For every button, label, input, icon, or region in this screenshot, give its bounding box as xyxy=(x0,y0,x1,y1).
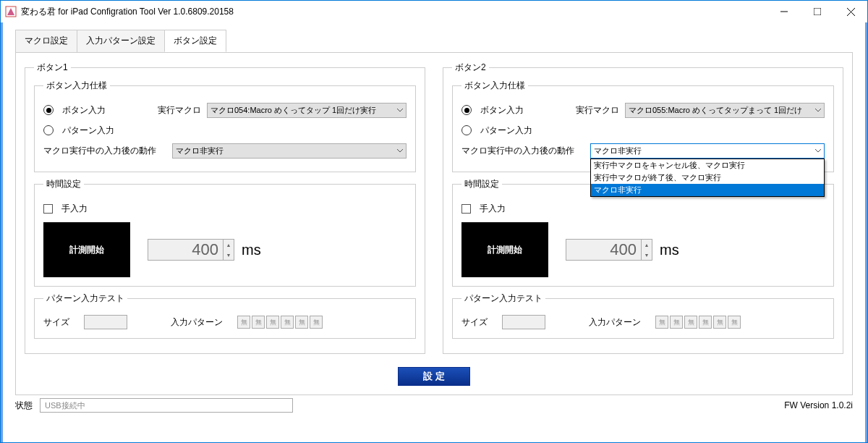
button2-size-input[interactable] xyxy=(502,315,545,329)
dropdown-option[interactable]: 実行中マクロをキャンセル後、マクロ実行 xyxy=(591,159,824,172)
dropdown-option[interactable]: 実行中マクロが終了後、マクロ実行 xyxy=(591,172,824,184)
pattern-box: 無 xyxy=(310,316,323,329)
button2-pattern-legend: パターン入力テスト xyxy=(461,292,545,305)
window-title: 変わる君 for iPad Configration Tool Ver 1.0.… xyxy=(21,6,767,18)
button2-after-dropdown: 実行中マクロをキャンセル後、マクロ実行 実行中マクロが終了後、マクロ実行 マクロ… xyxy=(590,159,825,197)
button1-manual-label: 手入力 xyxy=(61,203,88,215)
pattern-box: 無 xyxy=(728,316,741,329)
button1-pattern-group: パターン入力テスト サイズ 入力パターン 無 無 無 無 無 xyxy=(34,292,416,339)
button2-radio-pattern-label: パターン入力 xyxy=(480,125,532,137)
button1-size-label: サイズ xyxy=(43,316,69,329)
app-icon xyxy=(5,6,17,17)
button1-group: ボタン1 ボタン入力仕様 ボタン入力 実行マクロ マクロ054:Macro めく… xyxy=(25,62,425,354)
button1-radio-button-label: ボタン入力 xyxy=(62,104,106,117)
button2-macro-combo[interactable]: マクロ055:Macro めくってタップまって 1回だけ xyxy=(625,103,825,118)
maximize-button[interactable] xyxy=(801,1,834,22)
button1-spec-group: ボタン入力仕様 ボタン入力 実行マクロ マクロ054:Macro めくってタップ… xyxy=(34,80,416,172)
pattern-box: 無 xyxy=(713,316,726,329)
pattern-box: 無 xyxy=(670,316,683,329)
button1-macro-combo[interactable]: マクロ054:Macro めくってタップ 1回だけ実行 xyxy=(207,103,407,118)
button2-radio-pattern[interactable] xyxy=(461,125,472,135)
close-button[interactable] xyxy=(834,1,867,22)
button1-radio-button[interactable] xyxy=(43,105,54,115)
pattern-box: 無 xyxy=(237,316,250,329)
button2-start-button[interactable]: 計測開始 xyxy=(461,222,548,277)
pattern-box: 無 xyxy=(295,316,308,329)
button1-size-input[interactable] xyxy=(84,315,127,329)
chevron-down-icon xyxy=(397,146,403,155)
pattern-box: 無 xyxy=(281,316,294,329)
pattern-box: 無 xyxy=(684,316,697,329)
status-label: 状態 xyxy=(15,400,33,412)
svg-rect-2 xyxy=(814,8,821,15)
tab-button[interactable]: ボタン設定 xyxy=(164,30,226,52)
minimize-button[interactable] xyxy=(767,1,801,22)
button2-after-combo[interactable]: マクロ非実行 実行中マクロをキャンセル後、マクロ実行 実行中マクロが終了後、マク… xyxy=(590,143,825,159)
status-bar: 状態 USB接続中 FW Version 1.0.2i xyxy=(1,395,867,415)
button1-after-value: マクロ非実行 xyxy=(176,145,224,156)
spinner-down-icon[interactable]: ▼ xyxy=(223,250,234,260)
pattern-box: 無 xyxy=(252,316,265,329)
button2-group: ボタン2 ボタン入力仕様 ボタン入力 実行マクロ マクロ055:Macro めく… xyxy=(443,62,843,354)
button1-after-label: マクロ実行中の入力後の動作 xyxy=(43,145,166,157)
button1-input-label: 入力パターン xyxy=(171,316,223,329)
button1-pattern-legend: パターン入力テスト xyxy=(43,292,127,305)
button2-macro-label: 実行マクロ xyxy=(576,104,619,117)
button1-start-button[interactable]: 計測開始 xyxy=(43,222,130,277)
button1-macro-value: マクロ054:Macro めくってタップ 1回だけ実行 xyxy=(210,105,376,116)
button2-time-value: 400 xyxy=(566,240,641,259)
right-stripe xyxy=(865,22,867,442)
button2-radio-button-label: ボタン入力 xyxy=(480,104,524,117)
chevron-down-icon xyxy=(815,146,821,155)
button2-time-spinner[interactable]: 400 ▲ ▼ xyxy=(566,239,652,261)
button2-pattern-boxes: 無 無 無 無 無 無 xyxy=(655,316,741,329)
window-controls xyxy=(767,1,867,22)
status-field: USB接続中 xyxy=(40,398,293,413)
button1-pattern-boxes: 無 無 無 無 無 無 xyxy=(237,316,323,329)
button1-macro-label: 実行マクロ xyxy=(158,104,201,117)
pattern-box: 無 xyxy=(266,316,279,329)
tab-panel: ボタン1 ボタン入力仕様 ボタン入力 実行マクロ マクロ054:Macro めく… xyxy=(15,52,853,395)
pattern-box: 無 xyxy=(655,316,668,329)
button2-input-label: 入力パターン xyxy=(589,316,641,329)
spinner-up-icon[interactable]: ▲ xyxy=(641,240,652,250)
button1-spec-legend: ボタン入力仕様 xyxy=(43,80,110,92)
button1-manual-checkbox[interactable] xyxy=(43,204,53,214)
button2-after-label: マクロ実行中の入力後の動作 xyxy=(461,145,584,157)
button1-time-group: 時間設定 手入力 計測開始 400 ▲ xyxy=(34,178,416,287)
button1-time-value: 400 xyxy=(148,240,223,259)
button2-time-legend: 時間設定 xyxy=(461,178,502,190)
button2-ms-label: ms xyxy=(660,242,679,258)
button2-pattern-group: パターン入力テスト サイズ 入力パターン 無 無 無 無 無 xyxy=(452,292,834,339)
button1-after-combo[interactable]: マクロ非実行 xyxy=(172,143,407,159)
button1-ms-label: ms xyxy=(242,242,261,258)
titlebar: 変わる君 for iPad Configration Tool Ver 1.0.… xyxy=(1,1,867,22)
dropdown-option[interactable]: マクロ非実行 xyxy=(591,184,824,196)
tab-strip: マクロ設定 入力パターン設定 ボタン設定 xyxy=(15,30,867,52)
button2-macro-value: マクロ055:Macro めくってタップまって 1回だけ xyxy=(629,105,802,116)
button1-radio-pattern[interactable] xyxy=(43,125,54,135)
button1-time-legend: 時間設定 xyxy=(43,178,84,190)
fw-version: FW Version 1.0.2i xyxy=(784,400,853,410)
chevron-down-icon xyxy=(397,106,403,114)
button2-manual-label: 手入力 xyxy=(480,203,506,215)
button2-after-value: マクロ非実行 xyxy=(594,145,642,156)
set-button[interactable]: 設 定 xyxy=(398,367,470,386)
button1-radio-pattern-label: パターン入力 xyxy=(62,125,114,137)
tab-pattern[interactable]: 入力パターン設定 xyxy=(77,30,165,52)
button2-spec-group: ボタン入力仕様 ボタン入力 実行マクロ マクロ055:Macro めくってタップ… xyxy=(452,80,834,172)
button2-spec-legend: ボタン入力仕様 xyxy=(461,80,528,92)
button2-size-label: サイズ xyxy=(461,316,488,329)
button1-legend: ボタン1 xyxy=(34,62,71,74)
button2-legend: ボタン2 xyxy=(452,62,489,74)
chevron-down-icon xyxy=(815,106,821,114)
left-stripe xyxy=(1,22,3,442)
spinner-down-icon[interactable]: ▼ xyxy=(641,250,652,260)
spinner-up-icon[interactable]: ▲ xyxy=(223,240,234,250)
tab-macro[interactable]: マクロ設定 xyxy=(15,30,77,52)
button2-manual-checkbox[interactable] xyxy=(461,204,471,214)
app-window: 変わる君 for iPad Configration Tool Ver 1.0.… xyxy=(0,0,868,443)
button1-time-spinner[interactable]: 400 ▲ ▼ xyxy=(148,239,234,261)
button2-radio-button[interactable] xyxy=(461,105,472,115)
pattern-box: 無 xyxy=(699,316,712,329)
